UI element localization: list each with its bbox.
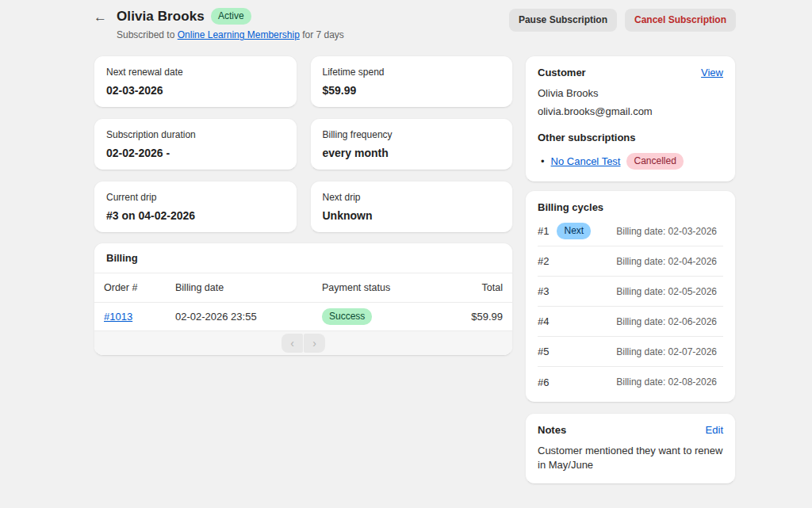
- order-link[interactable]: #1013: [104, 311, 132, 323]
- subtitle-prefix: Subscribed to: [117, 29, 178, 40]
- chevron-left-icon: ‹: [290, 338, 294, 349]
- total-cell: $59.99: [471, 311, 503, 323]
- stats-grid: Next renewal date 02-03-2026 Lifetime sp…: [94, 55, 513, 233]
- pause-subscription-button[interactable]: Pause Subscription: [509, 9, 617, 31]
- cycle-number: #4: [538, 315, 549, 327]
- cycle-row: #6 Billing date: 02-08-2026: [538, 367, 723, 397]
- cycle-billing-date: Billing date: 02-07-2026: [616, 346, 723, 357]
- chevron-right-icon: ›: [312, 338, 316, 349]
- stat-value: Unknown: [323, 209, 501, 222]
- notes-title: Notes: [538, 424, 566, 436]
- customer-card: Customer View Olivia Brooks olivia.brook…: [525, 55, 736, 182]
- cycle-row: #5 Billing date: 02-07-2026: [538, 337, 723, 367]
- notes-body: Customer mentioned they want to renew in…: [538, 444, 723, 472]
- payment-status-badge: Success: [322, 308, 372, 325]
- other-subscription-item: • No Cancel Test Cancelled: [538, 153, 723, 170]
- stat-value: 02-03-2026: [106, 84, 285, 97]
- cycle-number: #6: [538, 376, 549, 388]
- stat-label: Lifetime spend: [323, 67, 501, 78]
- pagination-prev-button[interactable]: ‹: [282, 334, 303, 353]
- stat-card-subscription-duration: Subscription duration 02-02-2026 -: [94, 118, 297, 170]
- billing-cycles-title: Billing cycles: [538, 201, 723, 213]
- cycle-row: #1 Next Billing date: 02-03-2026: [538, 216, 723, 246]
- title-row: Olivia Brooks Active: [117, 8, 344, 25]
- billing-table-header: Order # Billing date Payment status Tota…: [94, 273, 512, 303]
- cycle-billing-date: Billing date: 02-04-2026: [616, 256, 723, 267]
- cycle-number: #1: [538, 225, 549, 237]
- stat-value: every month: [323, 147, 501, 159]
- notes-card-header: Notes Edit: [538, 424, 723, 436]
- stat-value: #3 on 04-02-2026: [106, 209, 285, 222]
- billing-card: Billing Order # Billing date Payment sta…: [94, 243, 513, 356]
- billing-date-cell: 02-02-2026 23:55: [175, 311, 322, 323]
- column-billing-date: Billing date: [175, 282, 322, 293]
- stat-card-current-drip: Current drip #3 on 04-02-2026: [94, 181, 297, 233]
- bullet-icon: •: [541, 155, 545, 167]
- column-total: Total: [482, 282, 503, 293]
- other-subscription-link[interactable]: No Cancel Test: [551, 155, 621, 167]
- membership-link[interactable]: Online Learning Membership: [178, 29, 300, 40]
- customer-email: olivia.brooks@gmail.com: [538, 105, 723, 117]
- billing-cycles-card: Billing cycles #1 Next Billing date: 02-…: [525, 190, 736, 403]
- header-left: ← Olivia Brooks Active Subscribed to Onl…: [94, 8, 344, 40]
- cycle-billing-date: Billing date: 02-03-2026: [616, 226, 723, 237]
- subscription-subtitle: Subscribed to Online Learning Membership…: [117, 29, 344, 40]
- content-columns: Next renewal date 02-03-2026 Lifetime sp…: [94, 55, 736, 484]
- subscription-detail-page: ← Olivia Brooks Active Subscribed to Onl…: [94, 0, 736, 484]
- cycle-billing-date: Billing date: 02-08-2026: [616, 376, 723, 388]
- stat-label: Subscription duration: [106, 129, 285, 140]
- cycle-row: #2 Billing date: 02-04-2026: [538, 246, 723, 277]
- stat-card-next-renewal: Next renewal date 02-03-2026: [94, 55, 297, 108]
- customer-card-header: Customer View: [538, 67, 723, 78]
- status-badge: Active: [211, 8, 251, 25]
- notes-edit-link[interactable]: Edit: [706, 424, 723, 436]
- page-header: ← Olivia Brooks Active Subscribed to Onl…: [94, 8, 736, 40]
- cycle-billing-date: Billing date: 02-06-2026: [616, 316, 723, 327]
- header-title-block: Olivia Brooks Active Subscribed to Onlin…: [117, 8, 344, 40]
- stat-label: Billing frequency: [323, 129, 501, 140]
- cancelled-badge: Cancelled: [626, 153, 683, 170]
- cycle-billing-date: Billing date: 02-05-2026: [616, 286, 723, 297]
- stat-card-billing-frequency: Billing frequency every month: [310, 118, 514, 170]
- cycle-number: #2: [538, 255, 549, 267]
- customer-title: Customer: [538, 67, 586, 78]
- stat-label: Next drip: [323, 192, 501, 203]
- cycle-number: #3: [538, 285, 549, 297]
- stat-card-lifetime-spend: Lifetime spend $59.99: [310, 55, 514, 108]
- stat-label: Next renewal date: [106, 67, 285, 78]
- stat-value: $59.99: [323, 84, 501, 97]
- pagination-next-button[interactable]: ›: [304, 334, 325, 353]
- column-payment-status: Payment status: [322, 282, 482, 293]
- left-column: Next renewal date 02-03-2026 Lifetime sp…: [94, 55, 513, 356]
- cycle-number: #5: [538, 346, 549, 357]
- billing-table-row: #1013 02-02-2026 23:55 Success $59.99: [94, 303, 512, 330]
- notes-card: Notes Edit Customer mentioned they want …: [525, 413, 736, 484]
- stat-label: Current drip: [106, 192, 285, 203]
- stat-value: 02-02-2026 -: [106, 147, 285, 159]
- page-title: Olivia Brooks: [117, 9, 205, 25]
- cancel-subscription-button[interactable]: Cancel Subscription: [625, 9, 736, 31]
- cycle-row: #4 Billing date: 02-06-2026: [538, 307, 723, 337]
- billing-cycles-list: #1 Next Billing date: 02-03-2026 #2 Bill…: [538, 216, 723, 397]
- header-actions: Pause Subscription Cancel Subscription: [509, 9, 736, 31]
- customer-name: Olivia Brooks: [538, 87, 723, 99]
- subtitle-suffix: for 7 days: [300, 29, 344, 40]
- billing-card-header: Billing: [94, 243, 512, 273]
- other-subscriptions-title: Other subscriptions: [538, 132, 723, 143]
- back-arrow-icon[interactable]: ←: [94, 9, 107, 26]
- billing-pagination: ‹ ›: [94, 330, 512, 355]
- right-column: Customer View Olivia Brooks olivia.brook…: [525, 55, 736, 484]
- next-badge: Next: [557, 223, 591, 239]
- stat-card-next-drip: Next drip Unknown: [310, 181, 514, 233]
- cycle-row: #3 Billing date: 02-05-2026: [538, 277, 723, 307]
- column-order: Order #: [104, 282, 175, 293]
- billing-title: Billing: [106, 252, 500, 264]
- customer-view-link[interactable]: View: [701, 67, 723, 78]
